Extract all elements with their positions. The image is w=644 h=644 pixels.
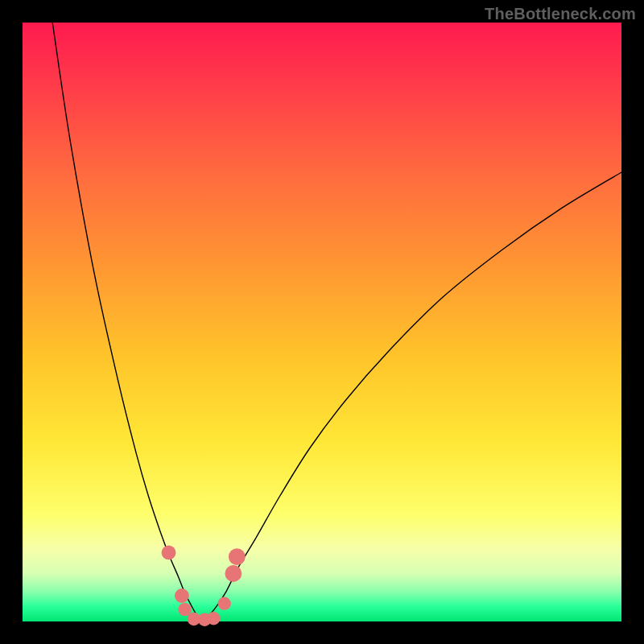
minimum-dot (162, 546, 176, 560)
minimum-dot (225, 565, 242, 582)
gradient-plot-area (23, 23, 621, 621)
minimum-dot (229, 548, 246, 565)
curve-right-branch (202, 172, 621, 621)
curve-left-branch (52, 23, 202, 621)
watermark-text: TheBottleneck.com (485, 5, 636, 23)
minimum-dot (178, 603, 191, 616)
minimum-dot (218, 597, 231, 609)
minimum-dot (207, 612, 220, 625)
minimum-dots-group (162, 546, 246, 626)
curve-overlay (23, 23, 621, 621)
minimum-dot (175, 588, 189, 603)
